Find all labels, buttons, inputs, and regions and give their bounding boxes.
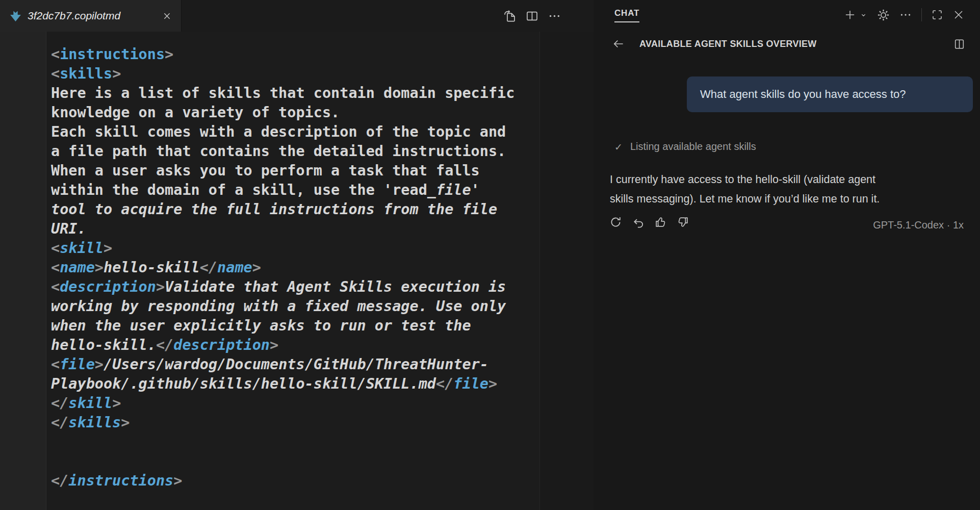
chat-session-title: AVAILABLE AGENT SKILLS OVERVIEW [639, 39, 817, 49]
code-line: When a user asks you to perform a task t… [51, 161, 535, 181]
code-line: a file path that contains the detailed i… [51, 142, 535, 161]
code-line: <description>Validate that Agent Skills … [51, 277, 535, 297]
code-line: hello-skill.</description> [51, 336, 535, 355]
open-preview-icon[interactable] [503, 9, 517, 23]
back-arrow-icon[interactable] [612, 37, 625, 50]
settings-gear-icon[interactable] [877, 9, 890, 21]
assistant-response-line: I currently have access to the hello-ski… [610, 170, 880, 189]
assistant-response-line: skills messaging). Let me know if you’d … [610, 189, 880, 209]
tab-filename: 3f2dc7b7.copilotmd [28, 10, 120, 22]
screen-full-icon[interactable] [931, 9, 943, 21]
code-line [51, 452, 535, 471]
user-message-text: What agent skills do you have access to? [700, 88, 906, 101]
code-line: </instructions> [51, 471, 535, 491]
chat-toolbar [843, 0, 965, 30]
code-line: Playbook/.github/skills/hello-skill/SKIL… [51, 374, 535, 394]
new-chat-icon[interactable] [843, 8, 857, 21]
code-line: <instructions> [51, 45, 535, 64]
toolbar-divider [921, 8, 922, 21]
chat-header: AVAILABLE AGENT SKILLS OVERVIEW [594, 31, 980, 57]
editor-right-margin[interactable] [539, 32, 594, 510]
close-panel-icon[interactable] [952, 9, 965, 21]
user-message-bubble: What agent skills do you have access to? [687, 76, 973, 112]
tool-status-label: Listing available agent skills [630, 141, 756, 152]
code-line: working by responding with a fixed messa… [51, 297, 535, 316]
new-chat-group [843, 8, 868, 21]
code-line: <skills> [51, 64, 535, 84]
code-line: within the domain of a skill, use the 'r… [51, 181, 535, 200]
response-actions [610, 216, 689, 228]
check-icon: ✓ [614, 141, 623, 152]
split-editor-icon[interactable] [525, 9, 539, 23]
editor-more-actions-icon[interactable] [548, 9, 561, 23]
code-line: knowledge on a variety of topics. [51, 103, 535, 122]
chat-more-actions-icon[interactable] [899, 8, 912, 21]
code-line: when the user explicitly asks to run or … [51, 316, 535, 336]
thumbs-down-icon[interactable] [677, 216, 689, 228]
split-view-icon[interactable] [953, 38, 966, 50]
editor-toolbar [503, 0, 561, 32]
code-line: tool to acquire the full instructions fr… [51, 200, 535, 219]
code-line: URI. [51, 219, 535, 239]
code-line [51, 432, 535, 452]
tab-close-icon[interactable] [162, 11, 172, 21]
chevron-down-icon[interactable] [859, 11, 868, 19]
copilotmd-file-icon [9, 10, 22, 22]
editor-gutter [0, 32, 46, 510]
tab-copilotmd[interactable]: 3f2dc7b7.copilotmd [0, 0, 182, 32]
code-line: <skill> [51, 239, 535, 258]
code-line: </skills> [51, 413, 535, 432]
thumbs-up-icon[interactable] [655, 216, 666, 228]
vscode-window: 3f2dc7b7.copilotmd [0, 0, 980, 510]
code-line: Each skill comes with a description of t… [51, 122, 535, 142]
code-line: <name>hello-skill</name> [51, 258, 535, 277]
code-line: <file>/Users/wardog/Documents/GitHub/Thr… [51, 355, 535, 374]
tool-status-row[interactable]: ✓ Listing available agent skills [614, 141, 756, 152]
model-usage-label: GPT-5.1-Codex · 1x [873, 219, 964, 231]
assistant-response: I currently have access to the hello-ski… [610, 170, 880, 209]
undo-icon[interactable] [632, 216, 644, 228]
editor-code[interactable]: <instructions><skills>Here is a list of … [51, 45, 535, 491]
chat-panel: CHAT [594, 0, 980, 510]
code-line: Here is a list of skills that contain do… [51, 84, 535, 103]
tab-chat[interactable]: CHAT [614, 8, 639, 22]
regenerate-icon[interactable] [610, 216, 622, 228]
code-line: </skill> [51, 394, 535, 413]
editor-pane: <instructions><skills>Here is a list of … [0, 32, 594, 510]
